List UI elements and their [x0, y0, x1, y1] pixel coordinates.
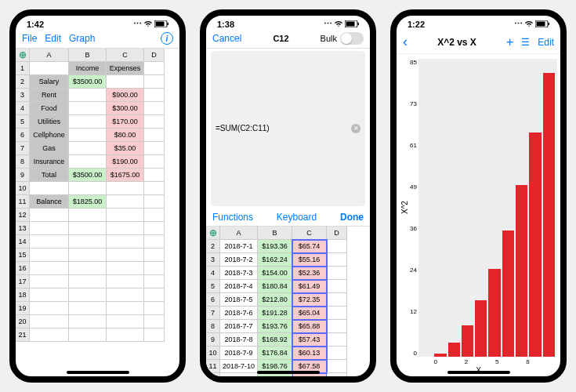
col-header-a[interactable]: A: [220, 227, 258, 240]
cell[interactable]: [107, 195, 144, 209]
row-header[interactable]: 13: [16, 222, 30, 235]
cell[interactable]: $168.92: [258, 333, 292, 347]
functions-button[interactable]: Functions: [212, 212, 253, 223]
list-icon[interactable]: ☰: [521, 37, 530, 48]
cell[interactable]: [69, 89, 107, 102]
cell[interactable]: [69, 262, 107, 275]
cell[interactable]: 2018-7-9: [220, 347, 258, 360]
cell[interactable]: [144, 275, 165, 289]
cell[interactable]: [69, 209, 107, 222]
cell[interactable]: [30, 328, 69, 342]
cell[interactable]: [30, 222, 69, 235]
row-header[interactable]: 17: [16, 275, 30, 289]
cell[interactable]: $170.00: [107, 115, 144, 129]
row-header[interactable]: 3: [16, 89, 30, 102]
row-header[interactable]: 15: [16, 249, 30, 262]
cell[interactable]: [327, 253, 347, 267]
cell[interactable]: [107, 262, 144, 275]
cell[interactable]: [69, 142, 107, 155]
cell[interactable]: [69, 155, 107, 169]
cell[interactable]: [144, 62, 165, 75]
cell[interactable]: 2018-7-4: [220, 280, 258, 293]
cell[interactable]: [30, 62, 69, 75]
row-header[interactable]: 4: [206, 267, 220, 280]
add-row-button[interactable]: ⊕: [16, 49, 30, 62]
chart-plot[interactable]: [418, 59, 557, 357]
cell[interactable]: $900.00: [107, 89, 144, 102]
cell[interactable]: [144, 328, 165, 342]
cell[interactable]: [327, 333, 347, 347]
cell[interactable]: $212.80: [258, 293, 292, 307]
cell[interactable]: 2018-7-5: [220, 293, 258, 307]
cell[interactable]: 2018-7-3: [220, 267, 258, 280]
cell[interactable]: [144, 289, 165, 302]
cell[interactable]: Totals:: [220, 373, 258, 377]
cell[interactable]: [327, 280, 347, 293]
row-header[interactable]: 10: [16, 182, 30, 195]
home-indicator[interactable]: [67, 371, 129, 374]
cell[interactable]: [107, 315, 144, 328]
cell[interactable]: $176.84: [258, 347, 292, 360]
cell[interactable]: $80.00: [107, 129, 144, 142]
cell[interactable]: [107, 302, 144, 315]
cell[interactable]: $180.84: [258, 280, 292, 293]
row-header[interactable]: 5: [16, 115, 30, 129]
cell[interactable]: $190.00: [107, 155, 144, 169]
cell[interactable]: 2018-7-2: [220, 253, 258, 267]
cell[interactable]: [69, 235, 107, 249]
menu-graph[interactable]: Graph: [69, 33, 95, 44]
home-indicator[interactable]: [257, 371, 320, 374]
cell[interactable]: $1825.00: [69, 195, 107, 209]
cell[interactable]: Income: [69, 62, 107, 75]
row-header[interactable]: 18: [16, 289, 30, 302]
cell[interactable]: [144, 195, 165, 209]
chart-bar[interactable]: [462, 325, 473, 357]
row-header[interactable]: 10: [206, 347, 220, 360]
row-header[interactable]: 6: [206, 293, 220, 307]
cell[interactable]: [30, 302, 69, 315]
row-header[interactable]: 11: [16, 195, 30, 209]
cell[interactable]: 2018-7-1: [220, 240, 258, 253]
cell[interactable]: [69, 182, 107, 195]
cell[interactable]: $300.00: [107, 102, 144, 115]
chart-bar[interactable]: [529, 132, 541, 357]
cell[interactable]: Balance: [30, 195, 69, 209]
cell[interactable]: [30, 209, 69, 222]
cell[interactable]: $193.36: [258, 240, 292, 253]
info-icon[interactable]: i: [161, 32, 173, 45]
cell[interactable]: [69, 315, 107, 328]
cell[interactable]: [144, 142, 165, 155]
cell[interactable]: [107, 289, 144, 302]
cell[interactable]: [144, 75, 165, 89]
cell[interactable]: [69, 275, 107, 289]
clear-icon[interactable]: ✕: [351, 124, 360, 133]
cell[interactable]: $72.35: [292, 293, 327, 307]
col-header-d[interactable]: D: [327, 227, 347, 240]
chart-bar[interactable]: [502, 230, 514, 357]
cell[interactable]: Utilities: [30, 115, 69, 129]
row-header[interactable]: 1: [16, 62, 30, 75]
cell[interactable]: Cellphone: [30, 129, 69, 142]
cell[interactable]: $3500.00: [69, 75, 107, 89]
cell[interactable]: [144, 182, 165, 195]
cell[interactable]: [107, 222, 144, 235]
cell[interactable]: [144, 262, 165, 275]
cell[interactable]: [144, 129, 165, 142]
cell[interactable]: [69, 102, 107, 115]
done-button[interactable]: Done: [340, 212, 364, 223]
row-header[interactable]: 19: [16, 302, 30, 315]
keyboard-button[interactable]: Keyboard: [277, 212, 317, 223]
cell[interactable]: [107, 75, 144, 89]
row-header[interactable]: 12: [206, 373, 220, 377]
chart-bar[interactable]: [516, 185, 527, 357]
cell[interactable]: [69, 222, 107, 235]
row-header[interactable]: 12: [16, 209, 30, 222]
cell[interactable]: Insurance: [30, 155, 69, 169]
cell[interactable]: [69, 129, 107, 142]
cell[interactable]: [144, 89, 165, 102]
row-header[interactable]: 2: [206, 240, 220, 253]
chart-bar[interactable]: [488, 269, 500, 357]
cancel-button[interactable]: Cancel: [212, 33, 241, 44]
cell[interactable]: [144, 222, 165, 235]
cell[interactable]: $154.00: [258, 267, 292, 280]
